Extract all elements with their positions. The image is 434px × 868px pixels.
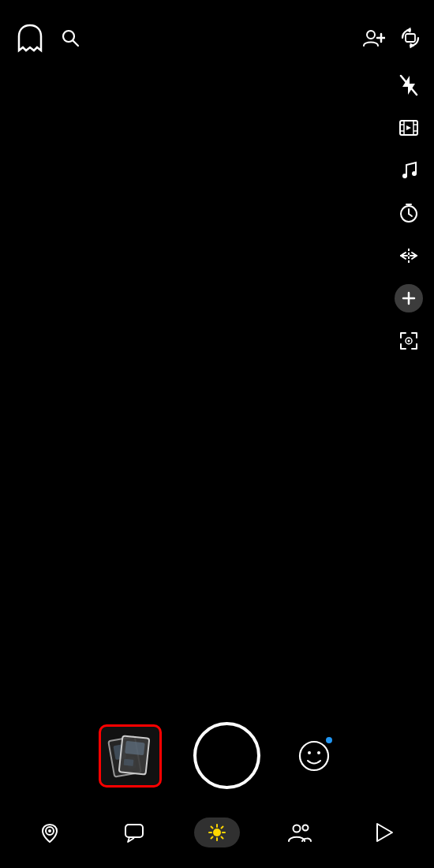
nav-map[interactable]	[26, 809, 73, 856]
svg-line-42	[221, 827, 223, 829]
nav-spotlight[interactable]	[194, 817, 240, 847]
nav-friends[interactable]	[276, 809, 324, 856]
nav-chat[interactable]	[110, 809, 158, 856]
svg-point-43	[294, 825, 301, 832]
search-icon[interactable]	[60, 28, 80, 51]
shutter-button[interactable]	[193, 722, 260, 789]
right-toolbar	[395, 71, 423, 355]
svg-line-40	[221, 837, 223, 839]
video-icon[interactable]	[395, 114, 423, 142]
svg-marker-45	[377, 824, 392, 841]
svg-line-1	[73, 41, 79, 47]
gallery-button[interactable]	[99, 724, 162, 788]
svg-point-28	[300, 742, 328, 770]
add-icon[interactable]	[395, 284, 423, 312]
svg-rect-5	[406, 34, 415, 42]
svg-rect-33	[125, 825, 143, 837]
svg-point-34	[213, 829, 221, 836]
cards-icon	[109, 735, 152, 777]
emoji-notification-dot	[324, 735, 334, 745]
add-friend-icon[interactable]	[361, 28, 385, 51]
svg-point-29	[308, 751, 311, 754]
svg-point-30	[317, 751, 320, 754]
svg-point-44	[303, 825, 309, 831]
svg-line-19	[409, 214, 412, 216]
svg-marker-14	[406, 125, 411, 130]
music-icon[interactable]	[395, 156, 423, 185]
svg-point-16	[412, 171, 417, 176]
capture-area	[0, 722, 434, 789]
svg-point-32	[48, 829, 51, 832]
svg-point-27	[408, 340, 410, 342]
svg-point-15	[402, 174, 407, 178]
bottom-nav	[0, 797, 434, 868]
svg-line-39	[211, 827, 212, 829]
top-bar	[0, 0, 434, 63]
emoji-button[interactable]	[292, 734, 335, 777]
top-left-controls	[13, 22, 80, 57]
top-right-controls	[361, 27, 421, 52]
nav-story[interactable]	[361, 809, 408, 856]
flash-off-icon[interactable]	[395, 71, 423, 99]
svg-point-2	[367, 31, 375, 39]
flip-camera-icon[interactable]	[399, 27, 421, 52]
svg-line-41	[211, 837, 212, 839]
timer-icon[interactable]	[395, 199, 423, 227]
scan-icon[interactable]	[395, 327, 423, 355]
ghost-icon[interactable]	[13, 22, 47, 57]
flip-horizontal-icon[interactable]	[395, 241, 423, 270]
